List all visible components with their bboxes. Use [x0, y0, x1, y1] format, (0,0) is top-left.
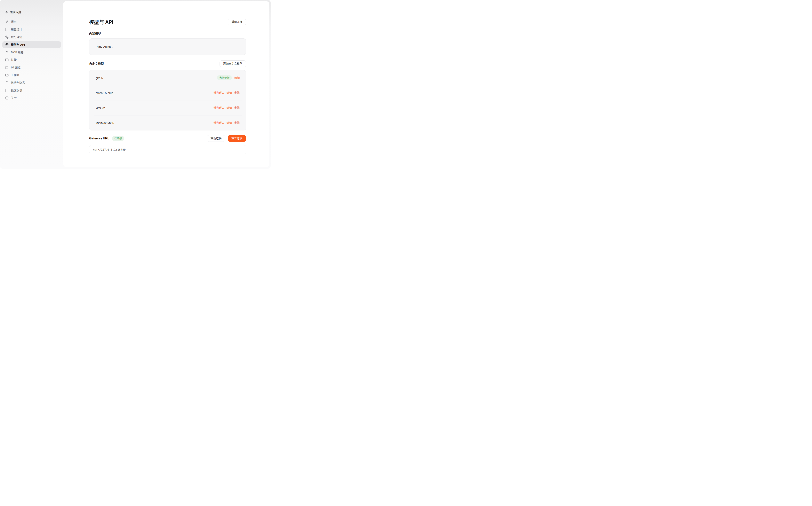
custom-models-heading: 自定义模型	[89, 62, 104, 66]
shield-icon	[5, 81, 9, 84]
row-actions: 设为默认编辑删除	[214, 121, 240, 124]
connected-status-badge: 已连接	[112, 136, 124, 141]
builtin-model-row[interactable]: Pony-Alpha-2	[89, 38, 246, 55]
delete-link[interactable]: 删除	[234, 106, 240, 109]
main-panel: 模型与 API 重新连接 内置模型 Pony-Alpha-2 自定义模型 添加自…	[63, 1, 269, 167]
custom-model-row: qwen3.5-plus设为默认编辑删除	[89, 85, 246, 100]
gateway-buttons: 重新连接 重置连接	[207, 135, 246, 142]
sidebar: 返回应用 通用用量统计积分详情模型与 APIMCP 服务技能IM 频道工作区数据…	[0, 0, 63, 169]
sidebar-item-label: 通用	[11, 20, 17, 24]
page-header: 模型与 API 重新连接	[89, 19, 246, 25]
gateway-reconnect-button[interactable]: 重新连接	[207, 135, 225, 142]
edit-link[interactable]: 编辑	[227, 91, 232, 95]
custom-model-row: MiniMax-M2.5设为默认编辑删除	[89, 115, 246, 130]
sidebar-item-label: 模型与 API	[11, 43, 25, 47]
pencil-icon	[5, 20, 9, 24]
sidebar-item-feedback[interactable]: 提交反馈	[2, 87, 61, 94]
arrow-left-icon	[5, 11, 8, 14]
back-to-app-label: 返回应用	[10, 10, 21, 14]
sidebar-item-label: 用量统计	[11, 28, 22, 31]
model-name: glm-5	[96, 76, 103, 80]
sidebar-item-label: MCP 服务	[11, 51, 24, 54]
plug-icon	[5, 51, 9, 54]
edit-link[interactable]: 编辑	[227, 106, 232, 109]
row-actions: 设为默认编辑删除	[214, 91, 240, 95]
sidebar-item-label: 积分详情	[11, 35, 22, 39]
sidebar-item-workspace[interactable]: 工作区	[2, 72, 61, 79]
builtin-models-heading: 内置模型	[89, 32, 246, 35]
sidebar-item-label: IM 频道	[11, 66, 20, 69]
sidebar-item-general[interactable]: 通用	[2, 18, 61, 25]
edit-link[interactable]: 编辑	[234, 76, 240, 80]
feedback-plus-icon	[5, 89, 9, 92]
coins-icon	[5, 35, 9, 39]
chat-bubble-icon	[5, 66, 9, 69]
sidebar-item-im-channels[interactable]: IM 频道	[2, 64, 61, 71]
reconnect-button[interactable]: 重新连接	[228, 19, 246, 25]
folder-icon	[5, 74, 9, 77]
set-default-link[interactable]: 设为默认	[214, 106, 224, 109]
gateway-row: Gateway URL 已连接 重新连接 重置连接	[89, 135, 246, 142]
sidebar-nav: 通用用量统计积分详情模型与 APIMCP 服务技能IM 频道工作区数据与隐私提交…	[0, 18, 63, 101]
add-custom-model-button[interactable]: 添加自定义模型	[220, 61, 246, 67]
page-title: 模型与 API	[89, 19, 114, 25]
gateway-reset-button[interactable]: 重置连接	[228, 135, 246, 142]
custom-model-row: kimi-k2.5设为默认编辑删除	[89, 100, 246, 115]
sidebar-item-label: 提交反馈	[11, 89, 22, 92]
sidebar-item-about[interactable]: 关于	[2, 95, 61, 101]
sidebar-item-credits[interactable]: 积分详情	[2, 34, 61, 40]
bar-chart-icon	[5, 28, 9, 31]
custom-models-header: 自定义模型 添加自定义模型	[89, 61, 246, 67]
row-actions: 当前选择编辑	[217, 75, 240, 80]
sidebar-item-label: 技能	[11, 58, 17, 62]
sidebar-item-models-api[interactable]: 模型与 API	[2, 41, 61, 48]
delete-link[interactable]: 删除	[234, 121, 240, 124]
set-default-link[interactable]: 设为默认	[214, 91, 224, 95]
sidebar-item-label: 工作区	[11, 73, 19, 77]
sidebar-item-label: 关于	[11, 96, 17, 100]
gateway-url-label: Gateway URL	[89, 137, 109, 140]
model-name: MiniMax-M2.5	[96, 121, 114, 124]
sidebar-item-mcp-service[interactable]: MCP 服务	[2, 49, 61, 56]
info-icon	[5, 96, 9, 100]
chip-icon	[5, 43, 9, 47]
set-default-link[interactable]: 设为默认	[214, 121, 224, 124]
sidebar-item-skills[interactable]: 技能	[2, 57, 61, 63]
delete-link[interactable]: 删除	[234, 91, 240, 95]
sidebar-item-label: 数据与隐私	[11, 81, 25, 85]
book-open-icon	[5, 58, 9, 62]
back-to-app-button[interactable]: 返回应用	[5, 10, 63, 14]
model-name: qwen3.5-plus	[96, 91, 113, 95]
row-actions: 设为默认编辑删除	[214, 106, 240, 109]
gateway-url-input[interactable]	[89, 145, 246, 154]
model-name: kimi-k2.5	[96, 106, 107, 109]
builtin-model-name: Pony-Alpha-2	[96, 45, 114, 48]
sidebar-item-privacy[interactable]: 数据与隐私	[2, 79, 61, 86]
current-selection-badge: 当前选择	[217, 75, 232, 80]
edit-link[interactable]: 编辑	[227, 121, 232, 124]
content-column: 模型与 API 重新连接 内置模型 Pony-Alpha-2 自定义模型 添加自…	[89, 1, 246, 154]
settings-page: 返回应用 通用用量统计积分详情模型与 APIMCP 服务技能IM 频道工作区数据…	[0, 0, 271, 169]
sidebar-item-usage-stats[interactable]: 用量统计	[2, 26, 61, 33]
custom-model-row: glm-5当前选择编辑	[89, 70, 246, 85]
custom-model-list: glm-5当前选择编辑qwen3.5-plus设为默认编辑删除kimi-k2.5…	[89, 70, 246, 131]
